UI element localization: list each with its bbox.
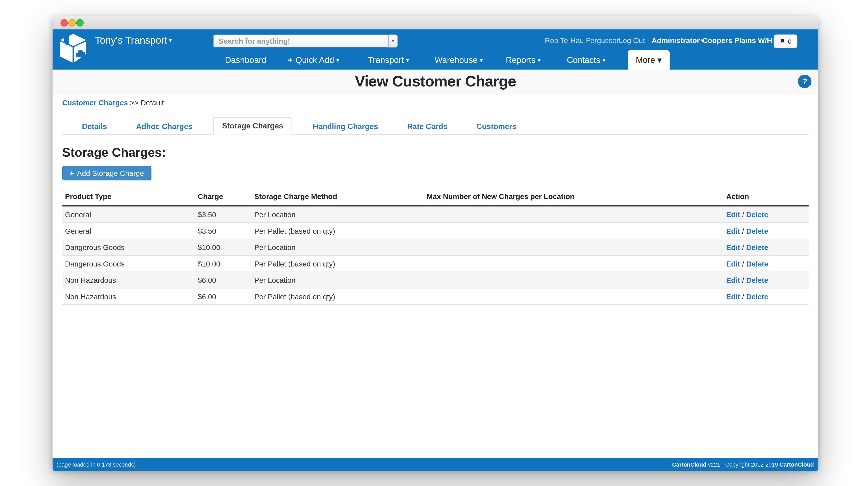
edit-link[interactable]: Edit bbox=[726, 292, 740, 301]
chevron-down-icon: ▾ bbox=[169, 37, 172, 44]
tab-adhoc-charges[interactable]: Adhoc Charges bbox=[127, 119, 201, 134]
logout-link[interactable]: Log Out bbox=[619, 36, 645, 45]
cell-charge: $6.00 bbox=[195, 272, 251, 288]
copyright: CartonCloud v221 - Copyright 2012-2019 C… bbox=[672, 462, 814, 468]
brand-dropdown[interactable]: Tony's Transport▾ bbox=[95, 34, 172, 46]
action-separator: / bbox=[740, 259, 746, 268]
delete-link[interactable]: Delete bbox=[746, 259, 768, 268]
table-row: Dangerous Goods $10.00 Per Location Edit… bbox=[62, 239, 809, 255]
table-row: General $3.50 Per Pallet (based on qty) … bbox=[62, 223, 809, 239]
cell-method: Per Location bbox=[251, 205, 424, 223]
cell-product-type: Non Hazardous bbox=[62, 272, 195, 288]
delete-link[interactable]: Delete bbox=[746, 276, 768, 284]
plus-icon: + bbox=[288, 55, 293, 64]
cell-max-new bbox=[424, 239, 723, 255]
zoom-button[interactable] bbox=[76, 19, 84, 27]
chevron-down-icon: ▾ bbox=[538, 57, 540, 63]
delete-link[interactable]: Delete bbox=[746, 210, 768, 219]
action-separator: / bbox=[740, 276, 746, 284]
col-charge: Charge bbox=[195, 190, 251, 205]
cell-charge: $10.00 bbox=[195, 255, 251, 272]
plus-icon: + bbox=[69, 169, 74, 177]
col-max-new: Max Number of New Charges per Location bbox=[424, 190, 723, 205]
breadcrumb: Customer Charges >> Default bbox=[62, 94, 809, 107]
cell-max-new bbox=[424, 255, 723, 272]
tab-customers[interactable]: Customers bbox=[468, 119, 525, 134]
cell-max-new bbox=[424, 223, 723, 239]
window-titlebar bbox=[53, 16, 818, 29]
warehouse-dropdown[interactable]: Coopers Plains W/H▾ bbox=[702, 36, 776, 45]
chevron-down-icon: ▾ bbox=[657, 55, 662, 64]
help-icon[interactable]: ? bbox=[798, 75, 811, 88]
delete-link[interactable]: Delete bbox=[746, 227, 768, 235]
browser-window: Tony's Transport▾ ▼ Rob Te-Hau Fergusson… bbox=[53, 16, 818, 470]
cell-charge: $3.50 bbox=[195, 205, 251, 223]
cell-max-new bbox=[424, 205, 723, 223]
nav-warehouse[interactable]: Warehouse▾ bbox=[435, 55, 483, 64]
cell-method: Per Location bbox=[251, 239, 424, 255]
nav-quick-add[interactable]: +Quick Add▾ bbox=[288, 55, 339, 64]
tab-details[interactable]: Details bbox=[73, 119, 115, 134]
nav-more[interactable]: More ▾ bbox=[628, 50, 670, 69]
delete-link[interactable]: Delete bbox=[746, 243, 768, 252]
col-method: Storage Charge Method bbox=[251, 190, 424, 205]
add-storage-charge-button[interactable]: + Add Storage Charge bbox=[62, 166, 151, 180]
screenshot-stage: Tony's Transport▾ ▼ Rob Te-Hau Fergusson… bbox=[0, 0, 868, 486]
footer-brand: CartonCloud bbox=[779, 462, 814, 468]
breadcrumb-customer-charges-link[interactable]: Customer Charges bbox=[62, 98, 128, 107]
chevron-down-icon: ▾ bbox=[602, 57, 606, 63]
cell-product-type: General bbox=[62, 223, 195, 239]
action-separator: / bbox=[740, 292, 746, 301]
app-footer: (page loaded in 0.173 seconds) CartonClo… bbox=[53, 458, 818, 471]
tab-storage-charges[interactable]: Storage Charges bbox=[213, 117, 292, 135]
table-row: Dangerous Goods $10.00 Per Pallet (based… bbox=[62, 255, 809, 272]
nav-contacts[interactable]: Contacts▾ bbox=[567, 55, 605, 64]
minimize-button[interactable] bbox=[68, 19, 76, 27]
role-dropdown[interactable]: Administrator▾ bbox=[652, 36, 704, 45]
cell-actions: Edit / Delete bbox=[723, 223, 809, 239]
page-title: View Customer Charge bbox=[53, 69, 818, 94]
tab-handling-charges[interactable]: Handling Charges bbox=[304, 119, 386, 134]
action-separator: / bbox=[740, 227, 746, 235]
caret-down-icon: ▼ bbox=[391, 39, 395, 43]
table-header-row: Product Type Charge Storage Charge Metho… bbox=[62, 190, 809, 205]
nav-reports[interactable]: Reports▾ bbox=[506, 55, 540, 64]
tab-bar: Details Adhoc Charges Storage Charges Ha… bbox=[62, 117, 809, 135]
cell-max-new bbox=[424, 288, 723, 305]
table-row: Non Hazardous $6.00 Per Pallet (based on… bbox=[62, 288, 809, 305]
nav-transport[interactable]: Transport▾ bbox=[368, 55, 409, 64]
delete-link[interactable]: Delete bbox=[746, 292, 768, 301]
cell-product-type: Dangerous Goods bbox=[62, 239, 195, 255]
search-dropdown-toggle[interactable]: ▼ bbox=[388, 34, 398, 48]
close-button[interactable] bbox=[61, 19, 68, 27]
cell-product-type: Non Hazardous bbox=[62, 288, 195, 305]
breadcrumb-separator: >> bbox=[130, 98, 138, 107]
bell-icon bbox=[779, 38, 786, 45]
nav-dashboard[interactable]: Dashboard bbox=[225, 55, 267, 64]
notifications-button[interactable]: 0 bbox=[774, 34, 798, 48]
edit-link[interactable]: Edit bbox=[726, 259, 740, 268]
cell-actions: Edit / Delete bbox=[723, 255, 809, 272]
cell-actions: Edit / Delete bbox=[723, 272, 809, 288]
edit-link[interactable]: Edit bbox=[726, 227, 740, 235]
notification-count: 0 bbox=[788, 38, 792, 45]
edit-link[interactable]: Edit bbox=[726, 243, 740, 252]
section-heading: Storage Charges: bbox=[62, 145, 809, 160]
edit-link[interactable]: Edit bbox=[726, 210, 740, 219]
global-search: ▼ bbox=[213, 34, 398, 48]
edit-link[interactable]: Edit bbox=[726, 276, 740, 284]
footer-brand: CartonCloud bbox=[672, 462, 706, 468]
tab-rate-cards[interactable]: Rate Cards bbox=[399, 119, 456, 134]
app-header: Tony's Transport▾ ▼ Rob Te-Hau Fergusson… bbox=[53, 29, 818, 69]
cell-method: Per Pallet (based on qty) bbox=[251, 223, 424, 239]
col-action: Action bbox=[723, 190, 809, 205]
action-separator: / bbox=[740, 210, 746, 219]
cell-charge: $10.00 bbox=[195, 239, 251, 255]
cell-actions: Edit / Delete bbox=[723, 288, 809, 305]
page-load-time: (page loaded in 0.173 seconds) bbox=[57, 462, 135, 468]
search-input[interactable] bbox=[213, 34, 388, 48]
action-separator: / bbox=[740, 243, 746, 252]
cell-actions: Edit / Delete bbox=[723, 239, 809, 255]
cell-product-type: General bbox=[62, 205, 195, 223]
page-header: View Customer Charge ? bbox=[53, 69, 818, 94]
